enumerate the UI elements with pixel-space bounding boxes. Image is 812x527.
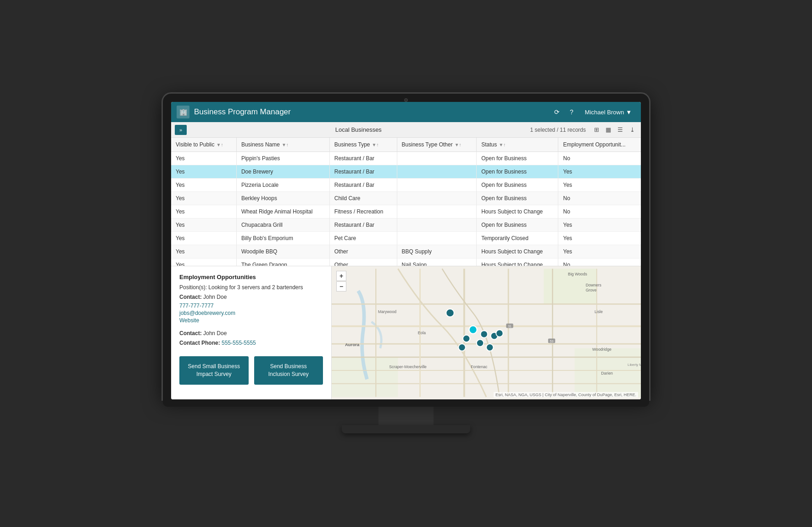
cell-status: Temporarily Closed — [477, 232, 558, 245]
website-link[interactable]: Website — [179, 317, 323, 324]
cell-visible: Yes — [171, 179, 236, 192]
business-table: Visible to Public ▼↑ Business Name ▼↑ — [171, 138, 641, 266]
cell-status: Open for Business — [477, 219, 558, 232]
map-canvas: 53 31 Big Woods Marywood Lisle Eola Auro… — [332, 266, 641, 399]
cell-type-other — [397, 219, 477, 232]
filter-type-icon[interactable]: ▼↑ — [372, 142, 379, 147]
email-link[interactable]: jobs@doebrewery.com — [179, 310, 323, 316]
filter-type-other-icon[interactable]: ▼↑ — [455, 142, 462, 147]
svg-text:Grove: Grove — [586, 288, 597, 292]
cell-visible: Yes — [171, 258, 236, 267]
table-row[interactable]: Yes The Green Dragon Other Nail Salon Ho… — [171, 258, 641, 267]
monitor-stand-neck — [378, 407, 434, 425]
zoom-in-button[interactable]: + — [336, 271, 346, 281]
cell-type-other — [397, 179, 477, 192]
table-row[interactable]: Yes Wheat Ridge Animal Hospital Fitness … — [171, 205, 641, 219]
cell-name: Chupacabra Grill — [236, 219, 329, 232]
employment-title: Employment Opportunities — [179, 274, 323, 280]
cell-visible: Yes — [171, 152, 236, 165]
cell-type: Restaurant / Bar — [329, 165, 397, 179]
cell-type-other — [397, 152, 477, 165]
toolbar-title: Local Businesses — [187, 126, 530, 133]
cell-type-other: BBQ Supply — [397, 245, 477, 258]
table-row[interactable]: Yes Billy Bob's Emporium Pet Care Tempor… — [171, 232, 641, 245]
filter-name-icon[interactable]: ▼↑ — [282, 142, 289, 147]
col-business-name: Business Name ▼↑ — [236, 138, 329, 152]
monitor-bottom-bar — [163, 399, 649, 407]
cell-employment: Yes — [558, 232, 641, 245]
cell-type: Other — [329, 245, 397, 258]
cell-status: Open for Business — [477, 165, 558, 179]
cell-name: Pizzeria Locale — [236, 179, 329, 192]
cell-type: Other — [329, 258, 397, 267]
help-icon[interactable]: ? — [567, 107, 577, 117]
svg-text:Downers: Downers — [586, 283, 602, 287]
table-row[interactable]: Yes Pizzeria Locale Restaurant / Bar Ope… — [171, 179, 641, 192]
cell-name: Wheat Ridge Animal Hospital — [236, 205, 329, 219]
cell-employment: No — [558, 258, 641, 267]
svg-point-38 — [486, 344, 493, 351]
phone-link[interactable]: 777-777-7777 — [179, 303, 323, 309]
table-row[interactable]: Yes Doe Brewery Restaurant / Bar Open fo… — [171, 165, 641, 179]
map-controls: + − — [336, 271, 346, 292]
cell-type-other — [397, 192, 477, 205]
cell-employment: Yes — [558, 245, 641, 258]
col-employment: Employment Opportunit... — [558, 138, 641, 152]
expand-button[interactable]: » — [175, 125, 187, 135]
app-logo-icon: 🏢 — [177, 106, 189, 118]
table-row[interactable]: Yes Pippin's Pasties Restaurant / Bar Op… — [171, 152, 641, 165]
svg-point-36 — [463, 335, 470, 342]
send-business-inclusion-survey-button[interactable]: Send Business Inclusion Survey — [254, 356, 323, 385]
svg-point-35 — [496, 330, 503, 336]
filter-status-icon[interactable]: ▼↑ — [499, 142, 506, 147]
table-row[interactable]: Yes Woodpile BBQ Other BBQ Supply Hours … — [171, 245, 641, 258]
header-actions: ⟳ ? Michael Brown ▼ — [552, 107, 635, 118]
cell-type: Restaurant / Bar — [329, 152, 397, 165]
zoom-out-button[interactable]: − — [336, 281, 346, 292]
svg-text:Lisle: Lisle — [595, 309, 603, 314]
svg-text:Big Woods: Big Woods — [568, 272, 587, 276]
cell-visible: Yes — [171, 219, 236, 232]
cell-status: Open for Business — [477, 152, 558, 165]
survey-buttons: Send Small Business Impact Survey Send B… — [179, 356, 323, 385]
cell-type-other: Nail Salon — [397, 258, 477, 267]
card-view-icon[interactable]: ⊞ — [591, 125, 601, 135]
cell-name: Billy Bob's Emporium — [236, 232, 329, 245]
svg-point-31 — [446, 309, 454, 317]
cell-visible: Yes — [171, 192, 236, 205]
app-title: Business Program Manager — [194, 107, 547, 117]
cell-status: Open for Business — [477, 192, 558, 205]
table-view-icon[interactable]: ☰ — [615, 125, 625, 135]
user-name: Michael Brown — [585, 109, 624, 116]
monitor-camera — [404, 98, 408, 102]
filter-visible-icon[interactable]: ▼↑ — [217, 142, 223, 147]
table-row[interactable]: Yes Berkley Hoops Child Care Open for Bu… — [171, 192, 641, 205]
cell-visible: Yes — [171, 165, 236, 179]
contact2-section: Contact: John Doe Contact Phone: 555-555… — [179, 329, 323, 347]
table-row[interactable]: Yes Chupacabra Grill Restaurant / Bar Op… — [171, 219, 641, 232]
svg-point-39 — [458, 344, 465, 351]
cell-visible: Yes — [171, 245, 236, 258]
monitor-stand-base — [342, 425, 470, 433]
info-panel: Employment Opportunities Position(s): Lo… — [171, 266, 332, 399]
contact-name: John Doe — [203, 294, 227, 300]
svg-point-33 — [480, 331, 487, 337]
svg-text:Liberty McCoy: Liberty McCoy — [628, 363, 641, 367]
svg-text:Aurora: Aurora — [345, 342, 360, 347]
phone2-link[interactable]: 555-555-5555 — [222, 340, 256, 346]
refresh-icon[interactable]: ⟳ — [552, 107, 562, 117]
user-menu[interactable]: Michael Brown ▼ — [581, 107, 635, 118]
user-dropdown-icon: ▼ — [626, 109, 632, 116]
cell-name: Woodpile BBQ — [236, 245, 329, 258]
map-attribution: Esri, NASA, NGA, USGS | City of Napervil… — [494, 392, 638, 398]
cell-employment: Yes — [558, 165, 641, 179]
grid-view-icon[interactable]: ▦ — [603, 125, 613, 135]
cell-type-other — [397, 205, 477, 219]
cell-type: Fitness / Recreation — [329, 205, 397, 219]
bottom-panel: Employment Opportunities Position(s): Lo… — [171, 266, 641, 399]
send-small-business-survey-button[interactable]: Send Small Business Impact Survey — [179, 356, 249, 385]
cell-type: Restaurant / Bar — [329, 179, 397, 192]
export-icon[interactable]: ⤓ — [627, 125, 637, 135]
map-panel: 53 31 Big Woods Marywood Lisle Eola Auro… — [332, 266, 641, 399]
svg-text:Darien: Darien — [601, 371, 613, 376]
